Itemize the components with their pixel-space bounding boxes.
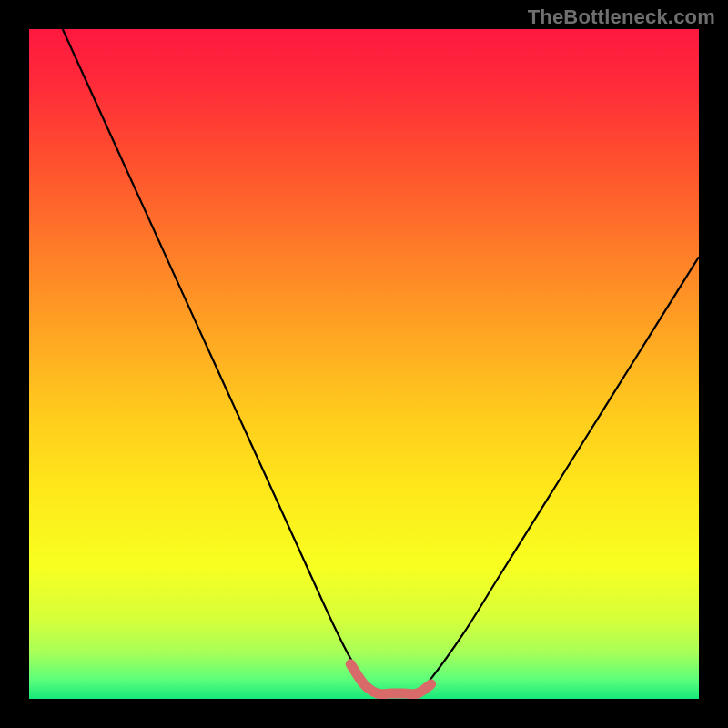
- bottleneck-chart: [29, 29, 699, 699]
- gradient-background: [29, 29, 699, 699]
- plot-area: [29, 29, 699, 699]
- chart-frame: TheBottleneck.com: [0, 0, 728, 728]
- watermark-text: TheBottleneck.com: [528, 5, 715, 29]
